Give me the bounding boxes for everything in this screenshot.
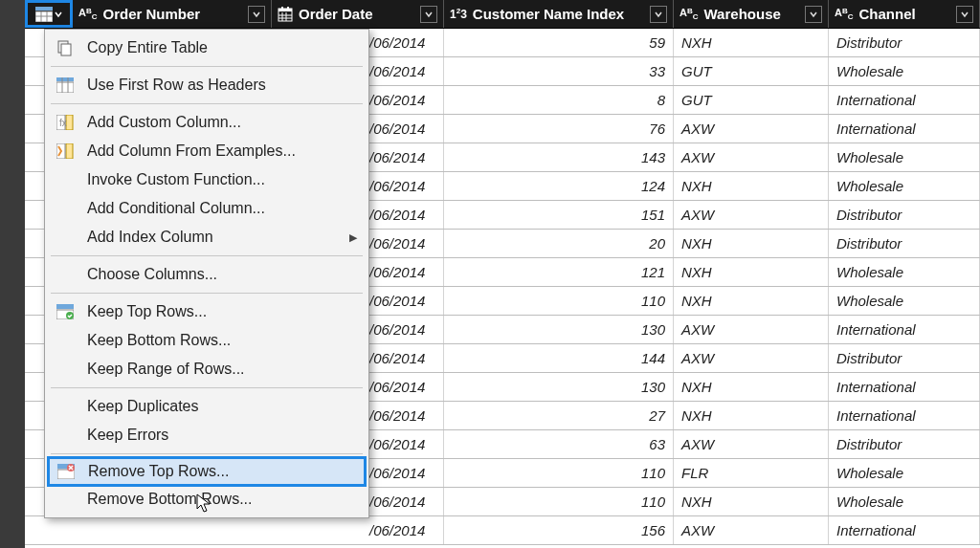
cell-warehouse: NXH bbox=[674, 29, 829, 56]
svg-rect-6 bbox=[278, 9, 292, 11]
cell-warehouse: NXH bbox=[674, 373, 829, 401]
filter-dropdown-icon[interactable] bbox=[650, 6, 667, 23]
cell-warehouse: NXH bbox=[674, 258, 829, 286]
cell-channel: International bbox=[829, 402, 980, 429]
menu-label: Remove Top Rows... bbox=[88, 463, 356, 480]
cell-warehouse: AXW bbox=[674, 516, 829, 544]
custom-column-icon: fx bbox=[55, 113, 76, 132]
cell-channel: Distributor bbox=[829, 430, 980, 458]
column-label: Order Number bbox=[103, 6, 201, 22]
svg-rect-16 bbox=[56, 82, 74, 93]
column-header-warehouse[interactable]: ABC Warehouse bbox=[674, 0, 829, 28]
blank-icon bbox=[55, 490, 76, 509]
filter-dropdown-icon[interactable] bbox=[248, 6, 265, 23]
cell-warehouse: FLR bbox=[674, 459, 829, 487]
svg-rect-15 bbox=[56, 77, 74, 81]
table-menu-button[interactable] bbox=[25, 0, 73, 28]
column-header-row: ABC Order Number Order Date 123 Customer… bbox=[25, 0, 980, 29]
cell-customer-index: 151 bbox=[444, 201, 674, 229]
menu-label: Use First Row as Headers bbox=[87, 77, 357, 94]
blank-icon bbox=[55, 228, 76, 247]
date-type-icon bbox=[278, 7, 293, 22]
blank-icon bbox=[55, 265, 76, 284]
cell-customer-index: 76 bbox=[444, 115, 674, 142]
cell-channel: Wholesale bbox=[829, 143, 980, 171]
cell-customer-index: 130 bbox=[444, 373, 674, 401]
menu-separator bbox=[51, 255, 363, 256]
text-type-icon: ABC bbox=[835, 7, 854, 21]
menu-separator bbox=[51, 387, 363, 388]
menu-remove-bottom-rows[interactable]: Remove Bottom Rows... bbox=[45, 485, 368, 514]
menu-separator bbox=[51, 453, 363, 454]
cell-warehouse: AXW bbox=[674, 201, 829, 229]
menu-add-column-from-examples[interactable]: Add Column From Examples... bbox=[45, 137, 368, 165]
blank-icon bbox=[55, 360, 76, 379]
menu-add-conditional-column[interactable]: Add Conditional Column... bbox=[45, 194, 368, 223]
column-label: Channel bbox=[859, 6, 916, 22]
cell-channel: Wholesale bbox=[829, 172, 980, 200]
filter-dropdown-icon[interactable] bbox=[805, 6, 822, 23]
cell-order-date: /06/2014 bbox=[25, 516, 444, 544]
left-gutter bbox=[0, 0, 25, 548]
menu-label: Add Custom Column... bbox=[87, 114, 357, 131]
menu-keep-duplicates[interactable]: Keep Duplicates bbox=[45, 392, 368, 421]
table-row[interactable]: /06/2014156AXWInternational bbox=[25, 516, 980, 545]
cell-warehouse: AXW bbox=[674, 143, 829, 171]
column-header-order-number[interactable]: ABC Order Number bbox=[73, 0, 272, 28]
cell-warehouse: AXW bbox=[674, 430, 829, 458]
copy-icon bbox=[55, 38, 76, 57]
column-header-channel[interactable]: ABC Channel bbox=[829, 0, 980, 28]
menu-label: Keep Top Rows... bbox=[87, 303, 357, 320]
column-header-customer-name-index[interactable]: 123 Customer Name Index bbox=[444, 0, 674, 28]
keep-rows-icon bbox=[55, 302, 76, 321]
menu-keep-bottom-rows[interactable]: Keep Bottom Rows... bbox=[45, 326, 368, 355]
menu-remove-top-rows[interactable]: Remove Top Rows... bbox=[47, 456, 367, 487]
svg-rect-14 bbox=[61, 44, 71, 55]
submenu-arrow-icon: ▶ bbox=[349, 231, 357, 244]
menu-label: Keep Bottom Rows... bbox=[87, 332, 357, 349]
menu-label: Invoke Custom Function... bbox=[87, 171, 357, 188]
cell-channel: Wholesale bbox=[829, 258, 980, 286]
text-type-icon: ABC bbox=[679, 7, 699, 21]
cell-warehouse: AXW bbox=[674, 115, 829, 142]
blank-icon bbox=[55, 170, 76, 189]
cell-channel: Distributor bbox=[829, 230, 980, 257]
svg-rect-22 bbox=[66, 143, 73, 159]
menu-keep-range-of-rows[interactable]: Keep Range of Rows... bbox=[45, 355, 368, 384]
blank-icon bbox=[55, 199, 76, 218]
menu-label: Add Conditional Column... bbox=[87, 200, 357, 217]
menu-label: Add Column From Examples... bbox=[87, 142, 357, 160]
svg-rect-0 bbox=[35, 7, 53, 11]
cell-customer-index: 27 bbox=[444, 402, 674, 429]
menu-separator bbox=[51, 103, 363, 104]
menu-keep-top-rows[interactable]: Keep Top Rows... bbox=[45, 297, 368, 326]
menu-copy-entire-table[interactable]: Copy Entire Table bbox=[45, 33, 368, 62]
menu-use-first-row-as-headers[interactable]: Use First Row as Headers bbox=[45, 71, 368, 99]
cell-warehouse: NXH bbox=[674, 172, 829, 200]
cell-channel: International bbox=[829, 516, 980, 544]
cell-customer-index: 130 bbox=[444, 316, 674, 343]
menu-add-index-column[interactable]: Add Index Column ▶ bbox=[45, 223, 368, 252]
cell-warehouse: GUT bbox=[674, 57, 829, 85]
filter-dropdown-icon[interactable] bbox=[956, 6, 973, 23]
menu-add-custom-column[interactable]: fx Add Custom Column... bbox=[45, 108, 368, 137]
column-header-order-date[interactable]: Order Date bbox=[272, 0, 444, 28]
text-type-icon: ABC bbox=[78, 7, 98, 21]
menu-label: Remove Bottom Rows... bbox=[87, 491, 357, 508]
menu-label: Copy Entire Table bbox=[87, 39, 357, 56]
filter-dropdown-icon[interactable] bbox=[420, 6, 437, 23]
svg-rect-24 bbox=[56, 304, 74, 309]
svg-rect-19 bbox=[66, 115, 73, 130]
cell-warehouse: NXH bbox=[674, 287, 829, 315]
cell-customer-index: 143 bbox=[444, 143, 674, 171]
cell-channel: Distributor bbox=[829, 344, 980, 372]
cell-channel: International bbox=[829, 115, 980, 142]
menu-keep-errors[interactable]: Keep Errors bbox=[45, 421, 368, 449]
headers-icon bbox=[55, 76, 76, 95]
menu-choose-columns[interactable]: Choose Columns... bbox=[45, 260, 368, 289]
cell-warehouse: AXW bbox=[674, 344, 829, 372]
menu-separator bbox=[51, 293, 363, 294]
blank-icon bbox=[55, 397, 76, 416]
cell-customer-index: 110 bbox=[444, 488, 674, 515]
menu-invoke-custom-function[interactable]: Invoke Custom Function... bbox=[45, 165, 368, 194]
